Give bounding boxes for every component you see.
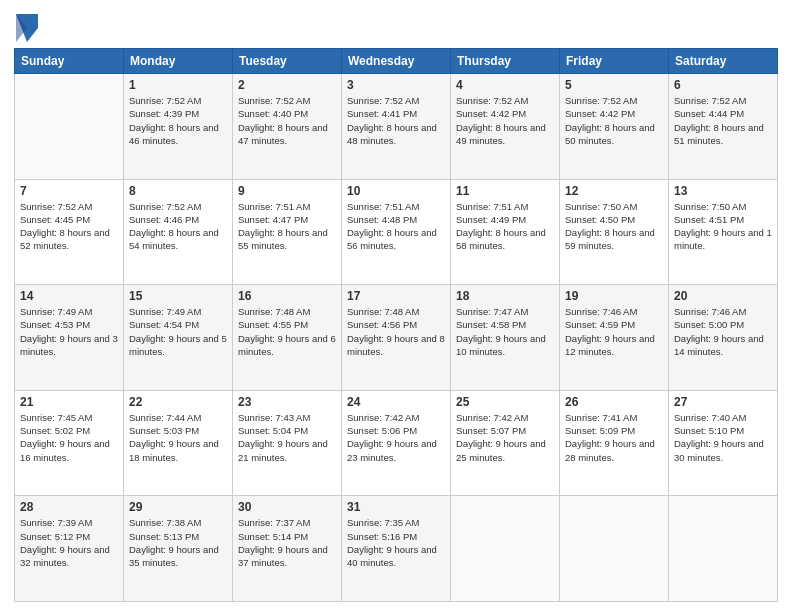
week-row-2: 7Sunrise: 7:52 AMSunset: 4:45 PMDaylight… xyxy=(15,179,778,285)
day-info: Sunrise: 7:43 AMSunset: 5:04 PMDaylight:… xyxy=(238,411,336,464)
day-number: 10 xyxy=(347,184,445,198)
day-header-saturday: Saturday xyxy=(669,49,778,74)
day-cell: 15Sunrise: 7:49 AMSunset: 4:54 PMDayligh… xyxy=(124,285,233,391)
day-cell: 23Sunrise: 7:43 AMSunset: 5:04 PMDayligh… xyxy=(233,390,342,496)
week-row-5: 28Sunrise: 7:39 AMSunset: 5:12 PMDayligh… xyxy=(15,496,778,602)
day-number: 5 xyxy=(565,78,663,92)
day-cell: 10Sunrise: 7:51 AMSunset: 4:48 PMDayligh… xyxy=(342,179,451,285)
day-info: Sunrise: 7:50 AMSunset: 4:50 PMDaylight:… xyxy=(565,200,663,253)
day-info: Sunrise: 7:48 AMSunset: 4:55 PMDaylight:… xyxy=(238,305,336,358)
day-info: Sunrise: 7:51 AMSunset: 4:47 PMDaylight:… xyxy=(238,200,336,253)
day-info: Sunrise: 7:39 AMSunset: 5:12 PMDaylight:… xyxy=(20,516,118,569)
day-header-sunday: Sunday xyxy=(15,49,124,74)
day-number: 7 xyxy=(20,184,118,198)
day-number: 20 xyxy=(674,289,772,303)
day-number: 18 xyxy=(456,289,554,303)
day-number: 15 xyxy=(129,289,227,303)
day-cell: 18Sunrise: 7:47 AMSunset: 4:58 PMDayligh… xyxy=(451,285,560,391)
day-cell: 26Sunrise: 7:41 AMSunset: 5:09 PMDayligh… xyxy=(560,390,669,496)
day-number: 25 xyxy=(456,395,554,409)
day-cell: 27Sunrise: 7:40 AMSunset: 5:10 PMDayligh… xyxy=(669,390,778,496)
day-cell: 21Sunrise: 7:45 AMSunset: 5:02 PMDayligh… xyxy=(15,390,124,496)
day-cell xyxy=(15,74,124,180)
day-number: 14 xyxy=(20,289,118,303)
day-cell: 17Sunrise: 7:48 AMSunset: 4:56 PMDayligh… xyxy=(342,285,451,391)
day-info: Sunrise: 7:50 AMSunset: 4:51 PMDaylight:… xyxy=(674,200,772,253)
week-row-1: 1Sunrise: 7:52 AMSunset: 4:39 PMDaylight… xyxy=(15,74,778,180)
day-info: Sunrise: 7:51 AMSunset: 4:48 PMDaylight:… xyxy=(347,200,445,253)
day-cell: 11Sunrise: 7:51 AMSunset: 4:49 PMDayligh… xyxy=(451,179,560,285)
day-info: Sunrise: 7:38 AMSunset: 5:13 PMDaylight:… xyxy=(129,516,227,569)
day-info: Sunrise: 7:52 AMSunset: 4:41 PMDaylight:… xyxy=(347,94,445,147)
day-header-tuesday: Tuesday xyxy=(233,49,342,74)
day-cell: 31Sunrise: 7:35 AMSunset: 5:16 PMDayligh… xyxy=(342,496,451,602)
day-cell: 5Sunrise: 7:52 AMSunset: 4:42 PMDaylight… xyxy=(560,74,669,180)
day-info: Sunrise: 7:35 AMSunset: 5:16 PMDaylight:… xyxy=(347,516,445,569)
day-header-friday: Friday xyxy=(560,49,669,74)
day-cell: 14Sunrise: 7:49 AMSunset: 4:53 PMDayligh… xyxy=(15,285,124,391)
day-number: 12 xyxy=(565,184,663,198)
day-number: 21 xyxy=(20,395,118,409)
day-info: Sunrise: 7:47 AMSunset: 4:58 PMDaylight:… xyxy=(456,305,554,358)
day-cell: 12Sunrise: 7:50 AMSunset: 4:50 PMDayligh… xyxy=(560,179,669,285)
day-cell: 1Sunrise: 7:52 AMSunset: 4:39 PMDaylight… xyxy=(124,74,233,180)
day-cell: 28Sunrise: 7:39 AMSunset: 5:12 PMDayligh… xyxy=(15,496,124,602)
day-info: Sunrise: 7:52 AMSunset: 4:46 PMDaylight:… xyxy=(129,200,227,253)
day-number: 19 xyxy=(565,289,663,303)
day-number: 31 xyxy=(347,500,445,514)
day-number: 11 xyxy=(456,184,554,198)
day-number: 4 xyxy=(456,78,554,92)
day-header-monday: Monday xyxy=(124,49,233,74)
day-info: Sunrise: 7:52 AMSunset: 4:42 PMDaylight:… xyxy=(456,94,554,147)
day-info: Sunrise: 7:42 AMSunset: 5:06 PMDaylight:… xyxy=(347,411,445,464)
day-number: 16 xyxy=(238,289,336,303)
day-number: 3 xyxy=(347,78,445,92)
day-cell: 22Sunrise: 7:44 AMSunset: 5:03 PMDayligh… xyxy=(124,390,233,496)
calendar-table: SundayMondayTuesdayWednesdayThursdayFrid… xyxy=(14,48,778,602)
day-cell: 6Sunrise: 7:52 AMSunset: 4:44 PMDaylight… xyxy=(669,74,778,180)
day-number: 2 xyxy=(238,78,336,92)
day-header-thursday: Thursday xyxy=(451,49,560,74)
calendar-header-row: SundayMondayTuesdayWednesdayThursdayFrid… xyxy=(15,49,778,74)
day-info: Sunrise: 7:52 AMSunset: 4:45 PMDaylight:… xyxy=(20,200,118,253)
day-cell xyxy=(669,496,778,602)
day-info: Sunrise: 7:41 AMSunset: 5:09 PMDaylight:… xyxy=(565,411,663,464)
day-info: Sunrise: 7:42 AMSunset: 5:07 PMDaylight:… xyxy=(456,411,554,464)
day-number: 27 xyxy=(674,395,772,409)
week-row-3: 14Sunrise: 7:49 AMSunset: 4:53 PMDayligh… xyxy=(15,285,778,391)
day-cell: 25Sunrise: 7:42 AMSunset: 5:07 PMDayligh… xyxy=(451,390,560,496)
day-number: 30 xyxy=(238,500,336,514)
day-info: Sunrise: 7:46 AMSunset: 5:00 PMDaylight:… xyxy=(674,305,772,358)
day-number: 29 xyxy=(129,500,227,514)
week-row-4: 21Sunrise: 7:45 AMSunset: 5:02 PMDayligh… xyxy=(15,390,778,496)
day-cell: 29Sunrise: 7:38 AMSunset: 5:13 PMDayligh… xyxy=(124,496,233,602)
day-cell: 7Sunrise: 7:52 AMSunset: 4:45 PMDaylight… xyxy=(15,179,124,285)
day-header-wednesday: Wednesday xyxy=(342,49,451,74)
day-info: Sunrise: 7:49 AMSunset: 4:54 PMDaylight:… xyxy=(129,305,227,358)
day-number: 24 xyxy=(347,395,445,409)
day-number: 26 xyxy=(565,395,663,409)
day-number: 8 xyxy=(129,184,227,198)
day-number: 17 xyxy=(347,289,445,303)
day-info: Sunrise: 7:44 AMSunset: 5:03 PMDaylight:… xyxy=(129,411,227,464)
day-info: Sunrise: 7:52 AMSunset: 4:42 PMDaylight:… xyxy=(565,94,663,147)
day-number: 22 xyxy=(129,395,227,409)
day-number: 28 xyxy=(20,500,118,514)
day-cell: 16Sunrise: 7:48 AMSunset: 4:55 PMDayligh… xyxy=(233,285,342,391)
day-cell: 20Sunrise: 7:46 AMSunset: 5:00 PMDayligh… xyxy=(669,285,778,391)
day-number: 9 xyxy=(238,184,336,198)
day-info: Sunrise: 7:40 AMSunset: 5:10 PMDaylight:… xyxy=(674,411,772,464)
day-cell: 8Sunrise: 7:52 AMSunset: 4:46 PMDaylight… xyxy=(124,179,233,285)
day-cell xyxy=(451,496,560,602)
day-info: Sunrise: 7:46 AMSunset: 4:59 PMDaylight:… xyxy=(565,305,663,358)
day-cell: 24Sunrise: 7:42 AMSunset: 5:06 PMDayligh… xyxy=(342,390,451,496)
day-info: Sunrise: 7:52 AMSunset: 4:44 PMDaylight:… xyxy=(674,94,772,147)
day-info: Sunrise: 7:48 AMSunset: 4:56 PMDaylight:… xyxy=(347,305,445,358)
day-cell: 3Sunrise: 7:52 AMSunset: 4:41 PMDaylight… xyxy=(342,74,451,180)
day-cell xyxy=(560,496,669,602)
day-info: Sunrise: 7:45 AMSunset: 5:02 PMDaylight:… xyxy=(20,411,118,464)
day-number: 23 xyxy=(238,395,336,409)
day-number: 13 xyxy=(674,184,772,198)
day-cell: 9Sunrise: 7:51 AMSunset: 4:47 PMDaylight… xyxy=(233,179,342,285)
day-cell: 19Sunrise: 7:46 AMSunset: 4:59 PMDayligh… xyxy=(560,285,669,391)
